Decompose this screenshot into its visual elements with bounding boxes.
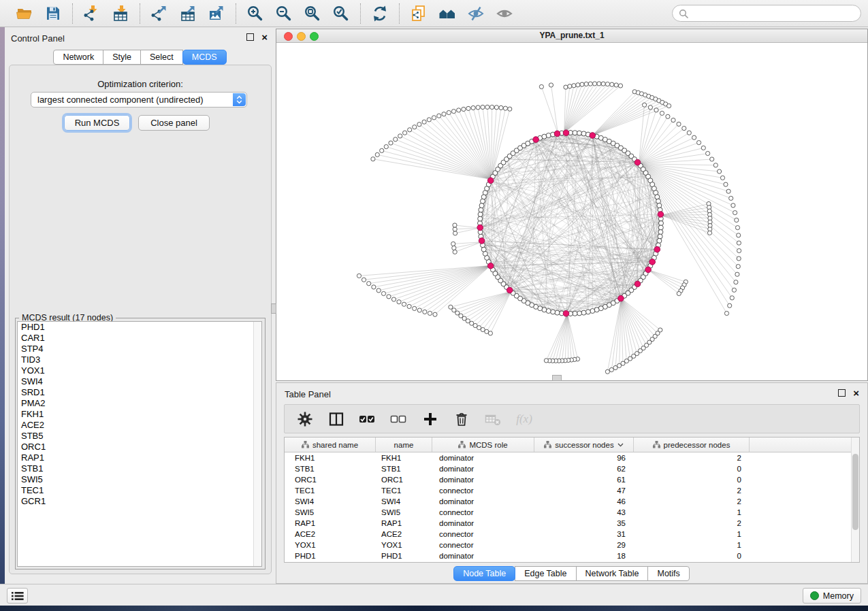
table-row-YOX1[interactable]: YOX1YOX1connector291 [285,540,859,550]
mcds-result-list[interactable]: PHD1CAR1STP4TID3YOX1SWI4SRD1PMA2FKH1ACE2… [17,321,262,567]
mcds-result-item[interactable]: SWI4 [18,376,261,387]
zoom-in-button[interactable] [242,3,268,24]
close-table-panel-icon[interactable]: × [853,389,859,397]
table-row-STB1[interactable]: STB1STB1dominator620 [285,463,859,474]
dropdown-stepper-icon[interactable] [233,93,246,106]
cell-name: TEC1 [376,486,432,495]
tab-motifs[interactable]: Motifs [647,566,689,581]
open-file-button[interactable] [12,3,37,24]
search-box[interactable] [672,5,861,22]
export-image-button[interactable] [204,3,229,24]
column-header-successor-nodes[interactable]: successor nodes [534,437,634,452]
mcds-list-scrollbar[interactable] [253,322,261,566]
zoom-selected-button[interactable] [328,3,354,24]
zoom-out-button[interactable] [271,3,297,24]
cell-successor-nodes: 31 [534,530,634,538]
table-row-FKH1[interactable]: FKH1FKH1dominator962 [285,452,859,463]
select-all-button[interactable] [359,410,376,428]
mcds-result-item[interactable]: RAP1 [18,452,261,463]
table-mode-gear-button[interactable] [296,410,314,428]
table-row-ORC1[interactable]: ORC1ORC1dominator610 [285,474,859,485]
mcds-result-item[interactable]: PMA2 [18,398,261,409]
show-columns-button[interactable] [327,410,345,428]
table-row-SWI5[interactable]: SWI5SWI5connector431 [285,507,859,518]
mcds-result-item[interactable]: ACE2 [18,420,261,431]
tab-edge-table[interactable]: Edge Table [515,566,576,581]
deselect-all-button[interactable] [390,410,408,428]
float-panel-icon[interactable] [246,33,254,41]
export-network-button[interactable] [146,3,172,24]
mcds-result-item[interactable]: PHD1 [18,322,261,333]
table-scrollbar[interactable] [851,437,859,562]
window-minimize-traffic-light[interactable] [297,32,306,41]
column-header-MCDS-role[interactable]: MCDS role [432,437,534,452]
save-session-button[interactable] [40,3,66,24]
tab-style[interactable]: Style [103,50,141,65]
table-row-TEC1[interactable]: TEC1TEC1connector472 [285,485,859,496]
float-table-panel-icon[interactable] [838,389,846,397]
first-neighbors-button[interactable] [434,3,460,24]
column-header-label: MCDS role [469,441,507,449]
close-panel-icon[interactable]: × [261,33,268,41]
delete-column-button[interactable] [453,410,470,428]
cell-shared-name: TEC1 [285,486,376,495]
refresh-button[interactable] [367,3,393,24]
mcds-result-item[interactable]: STB1 [18,463,261,474]
column-header-predecessor-nodes[interactable]: predecessor nodes [634,437,750,452]
show-all-button[interactable] [492,3,517,24]
task-history-button[interactable] [7,588,28,604]
zoom-fit-button[interactable] [300,3,325,24]
table-row-PHD1[interactable]: PHD1PHD1dominator180 [285,550,859,561]
window-close-traffic-light[interactable] [284,32,293,41]
export-table-button[interactable] [175,3,201,24]
table-row-SWI4[interactable]: SWI4SWI4dominator462 [285,496,859,507]
column-header-shared-name[interactable]: shared name [285,437,376,452]
mcds-result-item[interactable]: YOX1 [18,365,261,376]
mcds-result-item[interactable]: STB5 [18,431,261,442]
mcds-result-item[interactable]: CAR1 [18,333,261,344]
criterion-dropdown[interactable]: largest connected component (undirected) [31,92,247,108]
table-row-RAP1[interactable]: RAP1RAP1dominator352 [285,518,859,529]
mcds-result-item[interactable]: FKH1 [18,409,261,420]
tab-network[interactable]: Network [53,50,103,65]
table-scrollbar-thumb[interactable] [852,454,858,530]
cell-name: PHD1 [376,552,432,560]
add-column-button[interactable] [421,410,439,428]
control-panel-tabs: NetworkStyleSelectMCDS [5,50,276,65]
search-input[interactable] [692,8,854,19]
horizontal-splitter-handle[interactable] [552,375,562,381]
memory-button[interactable]: Memory [803,588,861,604]
control-panel: Control Panel × NetworkStyleSelectMCDS O… [5,27,276,584]
mcds-result-item[interactable]: GCR1 [18,496,261,507]
table-panel: Table Panel × f(x) shared namenameMCDS r… [276,382,868,584]
tab-node-table[interactable]: Node Table [453,566,515,581]
tab-network-table[interactable]: Network Table [576,566,649,581]
duplicate-network-button[interactable] [406,3,432,24]
vertical-splitter-handle[interactable] [271,303,276,314]
mcds-result-item[interactable]: ORC1 [18,442,261,452]
table-type-tabs: Node TableEdge TableNetwork TableMotifs [276,566,867,581]
run-mcds-button[interactable]: Run MCDS [64,115,130,131]
import-network-button[interactable] [79,3,105,24]
tab-select[interactable]: Select [140,50,183,65]
column-header-name[interactable]: name [376,437,432,452]
mcds-result-item[interactable]: TID3 [18,354,261,365]
network-window-titlebar[interactable]: YPA_prune.txt_1 [276,29,867,43]
table-header-row: shared namenameMCDS rolesuccessor nodesp… [285,437,859,452]
table-row-ACE2[interactable]: ACE2ACE2connector311 [285,529,859,540]
hide-selected-button[interactable] [463,3,489,24]
mcds-result-item[interactable]: STP4 [18,344,261,354]
network-canvas[interactable] [276,42,867,380]
import-table-button[interactable] [108,3,133,24]
mcds-result-item[interactable]: TEC1 [18,485,261,496]
cell-predecessor-nodes: 0 [634,465,750,473]
window-zoom-traffic-light[interactable] [310,32,319,41]
close-panel-button[interactable]: Close panel [138,115,210,131]
node-table[interactable]: shared namenameMCDS rolesuccessor nodesp… [284,437,860,563]
mcds-result-item[interactable]: SRD1 [18,387,261,398]
mcds-result-item[interactable]: SWI5 [18,474,261,485]
delete-table-button [484,410,502,428]
memory-status-icon [810,591,819,600]
toolbar-separator [72,3,73,24]
tab-mcds[interactable]: MCDS [182,50,227,65]
